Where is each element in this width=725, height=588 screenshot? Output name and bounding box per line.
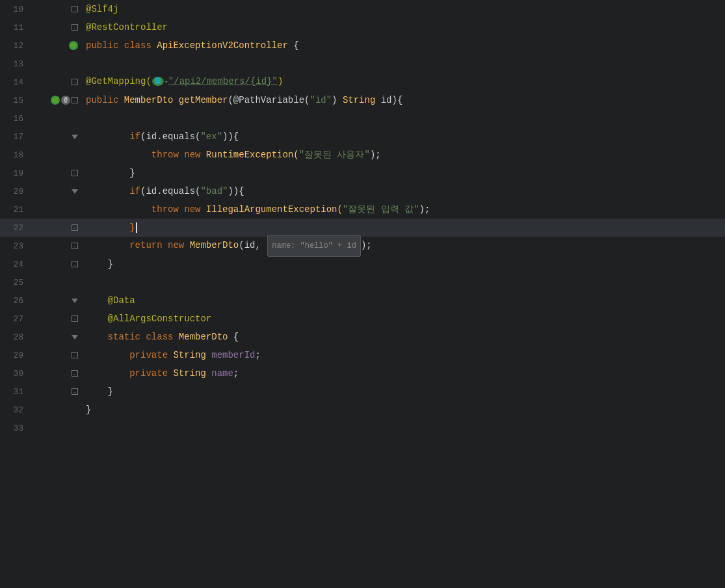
annotation-close: ): [278, 76, 283, 87]
semi-29: ;: [255, 350, 260, 360]
code-line-31: 31 - }: [0, 382, 725, 401]
gutter-15: 🌿 @ -: [31, 96, 83, 105]
kw-if-17: if: [129, 131, 140, 142]
fold-icon-31[interactable]: -: [72, 388, 78, 395]
line-number-25: 25: [0, 278, 31, 287]
line-number-17: 17: [0, 132, 31, 142]
code-content-28: static class MemberDto {: [83, 328, 725, 346]
string-korean-18: "잘못된 사용자": [299, 150, 370, 160]
brace-close-31: }: [108, 386, 113, 397]
paren-15b: ): [332, 95, 343, 105]
url-path: "/api2/members/{id}": [168, 76, 278, 87]
gutter-22: -: [31, 224, 83, 231]
code-content-17: if(id.equals("ex")){: [83, 127, 725, 146]
line-number-27: 27: [0, 314, 31, 324]
line-number-28: 28: [0, 332, 31, 342]
cursor-22: [136, 222, 137, 233]
fold-triangle-17[interactable]: [72, 135, 78, 139]
gutter-17: [31, 135, 83, 139]
annotation-allargsconstructor: @AllArgsConstructor: [108, 314, 212, 324]
field-name: name: [211, 368, 233, 379]
fold-icon-10[interactable]: -: [72, 6, 78, 12]
classname-illegal: IllegalArgumentException(: [206, 204, 343, 215]
inlay-hint-name: name: "hello" + id: [267, 235, 361, 257]
fold-triangle-20[interactable]: [72, 189, 78, 194]
line-number-16: 16: [0, 114, 31, 124]
line-number-19: 19: [0, 168, 31, 178]
semi-30: ;: [233, 368, 239, 379]
code-content-20: if(id.equals("bad")){: [83, 182, 725, 200]
brace-close-19: }: [129, 168, 135, 178]
gutter-30: -: [31, 370, 83, 377]
line-number-29: 29: [0, 351, 31, 360]
fold-icon-14[interactable]: -: [72, 79, 78, 85]
spring-icon-15: 🌿: [51, 96, 60, 105]
brace-22: }: [129, 222, 135, 233]
annotation-data: @Data: [108, 295, 135, 306]
code-content-10: @Slf4j: [83, 0, 725, 18]
code-line-29: 29 - private String memberId;: [0, 346, 725, 364]
code-line-14: 14 - @GetMapping(🌐▾"/api2/members/{id}"): [0, 73, 725, 91]
code-line-32: 32 }: [0, 401, 725, 419]
code-content-27: @AllArgsConstructor: [83, 310, 725, 328]
code-content-18: throw new RuntimeException("잘못된 사용자");: [83, 146, 725, 164]
field-memberid: memberId: [211, 350, 255, 360]
code-line-17: 17 if(id.equals("ex")){: [0, 127, 725, 146]
gutter-29: -: [31, 352, 83, 358]
annotation-getmapping: @GetMapping(: [86, 76, 152, 87]
line-number-30: 30: [0, 369, 31, 379]
brace-open: {: [293, 40, 298, 51]
paren-17b: )){: [222, 131, 239, 142]
fold-icon-11[interactable]: -: [72, 24, 78, 31]
gutter-26: [31, 299, 83, 303]
line-number-32: 32: [0, 405, 31, 415]
paren-20: (id.equals(: [140, 186, 200, 196]
fold-icon-29[interactable]: -: [72, 352, 78, 358]
code-line-19: 19 - }: [0, 164, 725, 182]
code-line-15: 15 🌿 @ - public MemberDto getMember(@Pat…: [0, 91, 725, 109]
line-number-15: 15: [0, 96, 31, 105]
gutter-12: 🌿: [31, 41, 83, 50]
gutter-10: -: [31, 6, 83, 12]
string-bad: "bad": [200, 186, 228, 196]
code-line-16: 16: [0, 109, 725, 127]
fold-icon-22[interactable]: -: [72, 224, 78, 231]
code-line-18: 18 throw new RuntimeException("잘못된 사용자")…: [0, 146, 725, 164]
gutter-icons-15: 🌿 @ -: [51, 96, 78, 105]
line-number-11: 11: [0, 23, 31, 33]
fold-icon-15[interactable]: -: [72, 97, 78, 103]
code-line-11: 11 - @RestController: [0, 18, 725, 36]
fold-icon-24[interactable]: -: [72, 261, 78, 267]
kw-new-18: new: [184, 150, 206, 160]
fold-triangle-28[interactable]: [72, 335, 78, 340]
code-line-20: 20 if(id.equals("bad")){: [0, 182, 725, 200]
paren-15c: ){: [392, 95, 403, 105]
classname-memberdto-28: MemberDto: [179, 332, 233, 342]
code-content-11: @RestController: [83, 18, 725, 36]
fold-icon-23[interactable]: -: [72, 243, 78, 249]
kw-class-28: class: [146, 332, 178, 342]
type-string-30: String: [173, 368, 211, 379]
code-line-24: 24 - }: [0, 255, 725, 273]
line-number-20: 20: [0, 187, 31, 196]
kw-new-21: new: [184, 204, 206, 215]
code-line-23: 23 - return new MemberDto(id, name: "hel…: [0, 237, 725, 255]
kw-throw-21: throw: [152, 204, 184, 215]
code-area: 10 - @Slf4j 11 - @RestController 12 🌿 pu…: [0, 0, 725, 588]
fold-icon-27[interactable]: -: [72, 315, 78, 322]
classname-memberdto-23: MemberDto: [190, 240, 239, 250]
kw-private-29: private: [129, 350, 173, 360]
code-line-27: 27 - @AllArgsConstructor: [0, 310, 725, 328]
string-ex: "ex": [200, 131, 222, 142]
line-number-13: 13: [0, 59, 31, 69]
type-string-29: String: [173, 350, 211, 360]
fold-icon-30[interactable]: -: [72, 370, 78, 377]
fold-icon-19[interactable]: -: [72, 170, 78, 176]
code-line-22: 22 - }: [0, 219, 725, 237]
code-content-23: return new MemberDto(id, name: "hello" +…: [83, 235, 725, 257]
code-line-12: 12 🌿 public class ApiExceptionV2Controll…: [0, 36, 725, 55]
line-number-33: 33: [0, 423, 31, 433]
fold-triangle-26[interactable]: [72, 299, 78, 303]
code-line-10: 10 - @Slf4j: [0, 0, 725, 18]
code-editor: 10 - @Slf4j 11 - @RestController 12 🌿 pu…: [0, 0, 725, 588]
